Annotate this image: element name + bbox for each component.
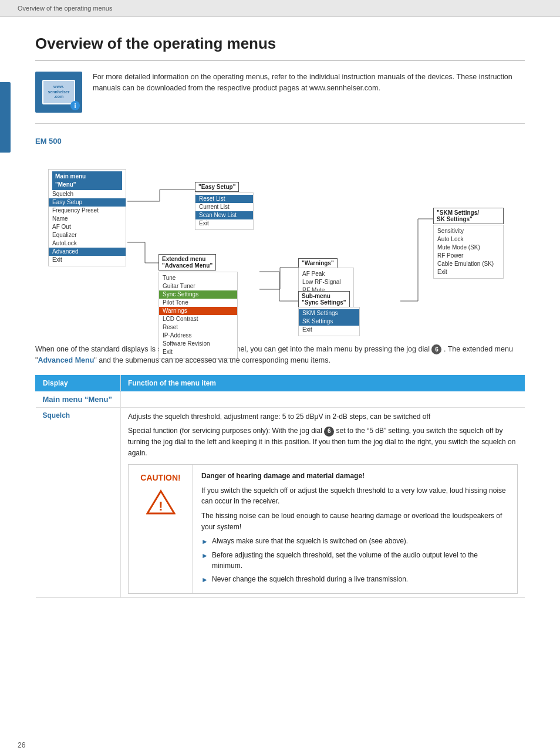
item-lcd-contrast: LCD Contrast [163, 315, 234, 323]
menu-item-name: Name [52, 215, 122, 223]
top-bar: Overview of the operating menus [0, 0, 560, 17]
main-menu-title: Main menu"Menu" [52, 171, 122, 190]
info-box: www.sennheiser.com i For more detailed i… [35, 72, 525, 124]
menu-item-equalizer: Equalizer [52, 231, 122, 239]
svg-text:!: ! [158, 499, 163, 513]
item-current-list: Current List [199, 203, 249, 211]
menu-diagram: Main menu"Menu" Squelch Easy Setup Frequ… [35, 151, 525, 333]
jog-dial-badge2: 6 [324, 427, 334, 437]
item-exit-skm: Exit [437, 268, 500, 276]
main-menu-box: Main menu"Menu" Squelch Easy Setup Frequ… [48, 169, 126, 266]
item-scan-new-list: Scan New List [195, 211, 253, 219]
item-sk-settings: SK Settings [299, 317, 359, 326]
bullet-arrow-icon2: ► [201, 550, 208, 562]
item-guitar-tuner: Guitar Tuner [163, 282, 234, 290]
item-af-peak: AF Peak [302, 270, 350, 278]
table-row-main-menu: Main menu “Menu” [36, 391, 525, 407]
skm-sk-settings-label: "SKM Settings/SK Settings" [433, 208, 504, 224]
menu-item-exit-main: Exit [52, 256, 122, 264]
caution-bullet1: ► Always make sure that the squelch is s… [201, 536, 509, 547]
page-title: Overview of the operating menus [35, 35, 525, 61]
caution-text2: The hissing noise can be loud enough to … [201, 510, 509, 532]
squelch-function: Adjusts the squelch threshold, adjustmen… [121, 407, 525, 598]
menu-table: Display Function of the menu item Main m… [35, 375, 525, 599]
item-mute-mode-sk: Mute Mode (SK) [437, 244, 500, 252]
monitor-text: www.sennheiser.com [48, 84, 70, 99]
item-exit-ext: Exit [163, 348, 234, 356]
jog-dial-badge: 6 [431, 344, 441, 354]
page-number: 26 [0, 736, 560, 754]
item-sensitivity: Sensitivity [437, 227, 500, 235]
caution-bullet1-text: Always make sure that the squelch is swi… [212, 536, 408, 547]
main-menu-empty [121, 391, 525, 407]
monitor-icon-box: www.sennheiser.com i [35, 72, 82, 113]
section-em500: EM 500 [35, 137, 525, 146]
item-software-rev: Software Revision [163, 340, 234, 348]
caution-triangle-icon: ! [146, 489, 176, 515]
extended-menu-box: Tune Guitar Tuner Sync Settings Pilot To… [158, 272, 238, 359]
table-header-function: Function of the menu item [121, 375, 525, 391]
item-exit-easy: Exit [199, 219, 249, 228]
table-header-display: Display [36, 375, 121, 391]
item-pilot-tone: Pilot Tone [163, 299, 234, 307]
squelch-text2a: Special function (for servicing purposes… [128, 427, 322, 435]
menu-item-advanced: Advanced [49, 248, 126, 256]
danger-title: Danger of hearing damage and material da… [201, 471, 509, 482]
warnings-label: "Warnings" [298, 258, 338, 268]
menu-item-easysetup: Easy Setup [49, 198, 126, 207]
monitor-screen: www.sennheiser.com [42, 80, 75, 104]
info-circle-icon: i [70, 101, 80, 110]
caution-bullet3: ► Never change the squelch threshold dur… [201, 574, 509, 586]
description-para: When one of the standard displays is sho… [35, 344, 525, 367]
item-reset-list: Reset List [195, 195, 253, 203]
caution-left: CAUTION! ! [129, 465, 193, 593]
caution-bullet2: ► Before adjusting the squelch threshold… [201, 550, 509, 572]
table-row-squelch: Squelch Adjusts the squelch threshold, a… [36, 407, 525, 598]
item-exit-sync: Exit [302, 326, 356, 334]
caution-text1: If you switch the squelch off or adjust … [201, 485, 509, 507]
squelch-text1: Adjusts the squelch threshold, adjustmen… [128, 411, 518, 422]
menu-item-freqpreset: Frequency Preset [52, 207, 122, 215]
sync-settings-label: Sub-menu"Sync Settings" [298, 291, 350, 307]
item-tune: Tune [163, 274, 234, 282]
advanced-menu-link: Advanced Menu [38, 356, 94, 364]
bullet-arrow-icon3: ► [201, 574, 208, 586]
easy-setup-box: Reset List Current List Scan New List Ex… [195, 192, 254, 230]
bullet-arrow-icon1: ► [201, 536, 208, 547]
item-auto-lock: Auto Lock [437, 235, 500, 244]
menu-item-squelch: Squelch [52, 190, 122, 198]
breadcrumb: Overview of the operating menus [18, 5, 112, 12]
skm-sk-settings-box: Sensitivity Auto Lock Mute Mode (SK) RF … [433, 225, 504, 279]
item-cable-emul: Cable Emulation (SK) [437, 260, 500, 268]
item-skm-settings: SKM Settings [299, 309, 359, 317]
item-low-rf: Low RF-Signal [302, 278, 350, 286]
item-reset: Reset [163, 323, 234, 332]
extended-menu-label: Extended menu"Advanced Menu" [158, 254, 216, 271]
item-ip-address: IP-Address [163, 332, 234, 340]
item-warnings: Warnings [159, 307, 237, 315]
main-menu-label: Main menu “Menu” [36, 391, 121, 407]
item-rf-power: RF Power [437, 252, 500, 260]
easy-setup-label: "Easy Setup" [195, 182, 239, 192]
caution-bullet2-text: Before adjusting the squelch threshold, … [212, 550, 509, 572]
squelch-text2: Special function (for servicing purposes… [128, 425, 518, 458]
caution-bullet3-text: Never change the squelch threshold durin… [212, 574, 408, 585]
squelch-label: Squelch [36, 407, 121, 598]
main-content: Overview of the operating menus www.senn… [0, 17, 560, 736]
item-sync-settings: Sync Settings [159, 290, 237, 299]
caution-label: CAUTION! [140, 472, 180, 485]
sync-settings-box: SKM Settings SK Settings Exit [298, 307, 360, 336]
info-text: For more detailed information on the ope… [93, 72, 525, 94]
caution-right: Danger of hearing damage and material da… [193, 465, 517, 593]
caution-box: CAUTION! ! Danger of hearing damage and … [128, 464, 518, 594]
menu-item-autolock: AutoLock [52, 239, 122, 248]
menu-item-afout: AF Out [52, 223, 122, 231]
